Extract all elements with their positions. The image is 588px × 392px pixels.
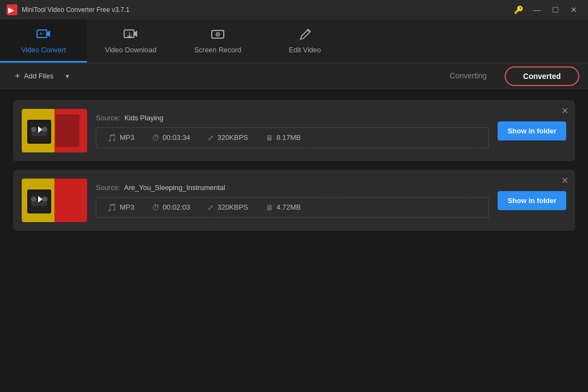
bitrate-icon-1: ⤢	[207, 133, 214, 142]
format-1: MP3	[120, 133, 134, 142]
key-button[interactable]: 🔑	[511, 4, 526, 15]
minimize-button[interactable]: —	[529, 4, 544, 15]
bitrate-item-1: ⤢ 320KBPS	[207, 133, 248, 142]
size-item-2: 🖥 4.72MB	[266, 203, 301, 212]
add-files-button[interactable]: ＋ Add Files	[9, 68, 58, 84]
file-card-1: ▶ Source: Kids Playing 🎵 MP3 ⏱ 00:03:34 …	[13, 100, 575, 161]
nav-bar: Video Convert Video Download Screen Reco…	[0, 20, 588, 63]
nav-screen-record-label: Screen Record	[194, 46, 242, 54]
app-title: MiniTool Video Converter Free v3.7.1	[22, 6, 130, 14]
size-icon-2: 🖥	[266, 203, 273, 212]
tab-converted[interactable]: Converted	[505, 66, 579, 86]
tabs-container: Converting Converted	[432, 66, 579, 86]
duration-item-1: ⏱ 00:03:34	[152, 133, 191, 142]
duration-item-2: ⏱ 00:02:03	[152, 203, 191, 212]
video-download-icon	[123, 27, 138, 42]
svg-point-7	[217, 33, 218, 34]
file-details-1: 🎵 MP3 ⏱ 00:03:34 ⤢ 320KBPS 🖥 8.17MB	[96, 127, 489, 148]
close-card-1-button[interactable]: ✕	[561, 106, 568, 116]
source-name-2: Are_You_Sleeping_Instrumental	[124, 183, 225, 192]
file-thumb-1[interactable]: ▶	[22, 109, 87, 152]
title-bar: ▶ MiniTool Video Converter Free v3.7.1 🔑…	[0, 0, 588, 20]
file-source-2: Source: Are_You_Sleeping_Instrumental	[96, 183, 489, 192]
size-2: 4.72MB	[277, 203, 301, 211]
add-files-label: Add Files	[24, 72, 53, 80]
close-button[interactable]: ✕	[566, 4, 581, 15]
size-1: 8.17MB	[277, 133, 301, 142]
add-files-dropdown-button[interactable]: ▼	[62, 71, 72, 82]
svg-text:▶: ▶	[8, 6, 14, 14]
edit-video-icon	[297, 27, 313, 42]
format-icon-2: 🎵	[107, 203, 117, 212]
source-label-1: Source:	[96, 114, 120, 122]
duration-2: 00:02:03	[163, 203, 191, 211]
add-icon: ＋	[13, 70, 22, 82]
nav-screen-record[interactable]: Screen Record	[174, 20, 261, 63]
file-details-2: 🎵 MP3 ⏱ 00:02:03 ⤢ 320KBPS 🖥 4.72MB	[96, 197, 489, 218]
show-in-folder-button-1[interactable]: Show in folder	[498, 121, 566, 140]
svg-point-12	[31, 127, 36, 132]
nav-video-download[interactable]: Video Download	[87, 20, 174, 63]
tab-converting[interactable]: Converting	[432, 66, 505, 86]
svg-point-22	[42, 197, 47, 202]
svg-rect-23	[32, 201, 47, 206]
size-item-1: 🖥 8.17MB	[266, 133, 301, 142]
nav-edit-video-label: Edit Video	[289, 46, 321, 54]
toolbar: ＋ Add Files ▼ Converting Converted	[0, 63, 588, 89]
file-thumb-2[interactable]: ▶	[22, 179, 87, 222]
nav-video-convert-label: Video Convert	[21, 46, 66, 54]
title-bar-controls: 🔑 — ☐ ✕	[511, 4, 581, 15]
size-icon-1: 🖥	[266, 133, 273, 142]
file-info-2: Source: Are_You_Sleeping_Instrumental 🎵 …	[96, 183, 489, 218]
svg-rect-3	[124, 30, 134, 38]
app-logo-icon: ▶	[7, 4, 17, 15]
duration-icon-2: ⏱	[152, 203, 160, 212]
nav-video-download-label: Video Download	[105, 46, 156, 54]
source-label-2: Source:	[96, 183, 120, 192]
svg-rect-16	[56, 114, 79, 147]
nav-video-convert[interactable]: Video Convert	[0, 20, 87, 63]
thumbnail-1-image	[22, 109, 87, 152]
svg-point-13	[42, 127, 47, 132]
duration-icon-1: ⏱	[152, 133, 160, 142]
svg-rect-14	[32, 132, 47, 136]
format-item-1: 🎵 MP3	[107, 133, 134, 142]
bitrate-2: 320KBPS	[217, 203, 248, 211]
format-item-2: 🎵 MP3	[107, 203, 134, 212]
format-icon-1: 🎵	[107, 133, 117, 142]
file-card-2: ▶ Source: Are_You_Sleeping_Instrumental …	[13, 170, 575, 231]
format-2: MP3	[120, 203, 134, 211]
video-convert-icon	[36, 27, 51, 42]
screen-record-icon	[210, 27, 225, 42]
nav-edit-video[interactable]: Edit Video	[261, 20, 348, 63]
file-info-1: Source: Kids Playing 🎵 MP3 ⏱ 00:03:34 ⤢ …	[96, 114, 489, 148]
file-source-1: Source: Kids Playing	[96, 114, 489, 122]
main-content: ▶ Source: Kids Playing 🎵 MP3 ⏱ 00:03:34 …	[0, 89, 588, 242]
close-card-2-button[interactable]: ✕	[561, 175, 568, 186]
show-in-folder-button-2[interactable]: Show in folder	[498, 191, 566, 210]
bitrate-item-2: ⤢ 320KBPS	[207, 203, 248, 212]
maximize-button[interactable]: ☐	[548, 4, 563, 15]
svg-point-21	[31, 197, 36, 202]
bitrate-1: 320KBPS	[217, 133, 248, 142]
thumbnail-2-image	[22, 179, 87, 222]
duration-1: 00:03:34	[163, 133, 191, 142]
title-bar-left: ▶ MiniTool Video Converter Free v3.7.1	[7, 4, 130, 15]
svg-rect-18	[54, 179, 87, 222]
bitrate-icon-2: ⤢	[207, 203, 214, 212]
source-name-1: Kids Playing	[124, 114, 163, 122]
